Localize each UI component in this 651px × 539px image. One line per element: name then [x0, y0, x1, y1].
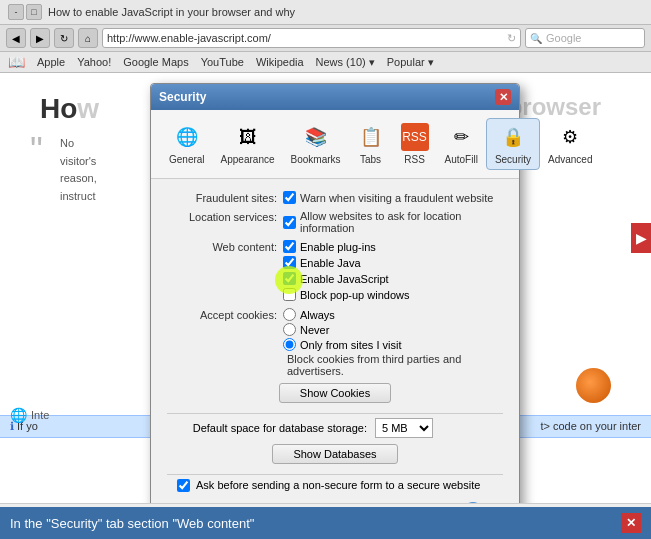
only-from-row: Only from sites I visit	[283, 338, 401, 351]
toolbar-appearance-label: Appearance	[221, 154, 275, 165]
cookies-section: Accept cookies: Always Never Only fro	[167, 308, 503, 353]
toolbar-advanced[interactable]: ⚙ Advanced	[540, 119, 600, 169]
back-button[interactable]: ◀	[6, 28, 26, 48]
search-bar[interactable]: 🔍 Google	[525, 28, 645, 48]
toolbar-advanced-label: Advanced	[548, 154, 592, 165]
toolbar-general[interactable]: 🌐 General	[161, 119, 213, 169]
toolbar-security-label: Security	[495, 154, 531, 165]
general-icon: 🌐	[173, 123, 201, 151]
bookmarks-bar: 📖 Apple Yahoo! Google Maps YouTube Wikip…	[0, 52, 651, 73]
bookmark-wikipedia[interactable]: Wikipedia	[256, 56, 304, 68]
javascript-checkbox[interactable]	[283, 272, 296, 285]
toolbar-autofill[interactable]: ✏ AutoFill	[437, 119, 486, 169]
dialog-title: Security	[159, 90, 206, 104]
bookmark-apple[interactable]: Apple	[37, 56, 65, 68]
plugins-checkbox[interactable]	[283, 240, 296, 253]
bookmark-icon: 📖	[8, 54, 25, 70]
address-text: http://www.enable-javascript.com/	[107, 32, 271, 44]
db-row: Default space for database storage: 5 MB…	[167, 418, 503, 438]
security-dialog: Security ✕ 🌐 General 🖼 Appearance 📚 Book…	[150, 83, 520, 503]
popups-checkbox[interactable]	[283, 288, 296, 301]
tabs-icon: 📋	[357, 123, 385, 151]
minimize-btn[interactable]: -	[8, 4, 24, 20]
location-checkbox[interactable]	[283, 216, 296, 229]
dialog-overlay: Security ✕ 🌐 General 🖼 Appearance 📚 Book…	[0, 73, 651, 503]
bookmark-google-maps[interactable]: Google Maps	[123, 56, 188, 68]
never-radio[interactable]	[283, 323, 296, 336]
advanced-icon: ⚙	[556, 123, 584, 151]
search-placeholder: Google	[546, 32, 581, 44]
dialog-titlebar: Security ✕	[151, 84, 519, 110]
fraudulent-row: Fraudulent sites: Warn when visiting a f…	[167, 191, 503, 204]
web-content-label: Web content:	[167, 240, 277, 253]
title-bar-buttons: - □	[8, 4, 42, 20]
divider2	[167, 474, 503, 475]
plugins-row: Enable plug-ins	[283, 240, 409, 253]
forward-button[interactable]: ▶	[30, 28, 50, 48]
non-secure-label: Ask before sending a non-secure form to …	[196, 479, 480, 491]
browser-chrome: - □ How to enable JavaScript in your bro…	[0, 0, 651, 73]
bookmarks-icon: 📚	[302, 123, 330, 151]
only-from-radio[interactable]	[283, 338, 296, 351]
toolbar-appearance[interactable]: 🖼 Appearance	[213, 119, 283, 169]
bottom-bar-text: In the "Security" tab section "Web conte…	[10, 516, 254, 531]
only-from-label: Only from sites I visit	[300, 339, 401, 351]
cookies-options: Always Never Only from sites I visit	[283, 308, 401, 353]
javascript-label: Enable JavaScript	[300, 273, 389, 285]
fraudulent-label: Fraudulent sites:	[167, 191, 277, 204]
refresh-button[interactable]: ↻	[54, 28, 74, 48]
non-secure-checkbox[interactable]	[177, 479, 190, 492]
show-databases-button[interactable]: Show Databases	[272, 444, 397, 464]
java-row: Enable Java	[283, 256, 409, 269]
dialog-close-button[interactable]: ✕	[495, 89, 511, 105]
bottom-bar-close-button[interactable]: ✕	[621, 513, 641, 533]
bookmark-popular[interactable]: Popular ▾	[387, 56, 434, 69]
never-row: Never	[283, 323, 401, 336]
always-label: Always	[300, 309, 335, 321]
javascript-row: Enable JavaScript	[283, 272, 409, 285]
toolbar-bookmarks-label: Bookmarks	[291, 154, 341, 165]
toolbar-rss[interactable]: RSS RSS	[393, 119, 437, 169]
never-label: Never	[300, 324, 329, 336]
autofill-icon: ✏	[447, 123, 475, 151]
toolbar-rss-label: RSS	[404, 154, 425, 165]
browser-content: How " Novisitor'sreason,instruct browser…	[0, 73, 651, 503]
reload-icon: ↻	[507, 32, 516, 45]
appearance-icon: 🖼	[234, 123, 262, 151]
web-content-options: Enable plug-ins Enable Java Enable JavaS…	[283, 240, 409, 304]
maximize-btn[interactable]: □	[26, 4, 42, 20]
bookmark-news[interactable]: News (10) ▾	[316, 56, 375, 69]
always-row: Always	[283, 308, 401, 321]
accept-cookies-label: Accept cookies:	[167, 308, 277, 321]
show-cookies-button[interactable]: Show Cookies	[279, 383, 391, 403]
toolbar-tabs[interactable]: 📋 Tabs	[349, 119, 393, 169]
java-label: Enable Java	[300, 257, 361, 269]
popups-label: Block pop-up windows	[300, 289, 409, 301]
dialog-settings-content: Fraudulent sites: Warn when visiting a f…	[151, 179, 519, 503]
address-bar[interactable]: http://www.enable-javascript.com/ ↻	[102, 28, 521, 48]
block-cookies-text: Block cookies from third parties and adv…	[167, 353, 503, 377]
bookmark-yahoo[interactable]: Yahoo!	[77, 56, 111, 68]
toolbar-general-label: General	[169, 154, 205, 165]
non-secure-row: Ask before sending a non-secure form to …	[167, 479, 503, 492]
toolbar-bookmarks[interactable]: 📚 Bookmarks	[283, 119, 349, 169]
always-radio[interactable]	[283, 308, 296, 321]
bookmark-youtube[interactable]: YouTube	[201, 56, 244, 68]
location-row: Location services: Allow websites to ask…	[167, 210, 503, 234]
home-button[interactable]: ⌂	[78, 28, 98, 48]
page-title: How to enable JavaScript in your browser…	[48, 6, 295, 18]
search-icon: 🔍	[530, 33, 542, 44]
db-select[interactable]: 5 MB 10 MB 25 MB	[375, 418, 433, 438]
java-checkbox[interactable]	[283, 256, 296, 269]
help-button[interactable]: ?	[463, 502, 483, 503]
popups-row: Block pop-up windows	[283, 288, 409, 301]
location-label: Location services:	[167, 210, 277, 223]
web-content-section: Web content: Enable plug-ins Enable Java	[167, 240, 503, 304]
fraudulent-checkbox[interactable]	[283, 191, 296, 204]
toolbar-autofill-label: AutoFill	[445, 154, 478, 165]
toolbar-security[interactable]: 🔒 Security	[486, 118, 540, 170]
toolbar-tabs-label: Tabs	[360, 154, 381, 165]
fraudulent-value: Warn when visiting a fraudulent website	[300, 192, 493, 204]
plugins-label: Enable plug-ins	[300, 241, 376, 253]
rss-icon: RSS	[401, 123, 429, 151]
